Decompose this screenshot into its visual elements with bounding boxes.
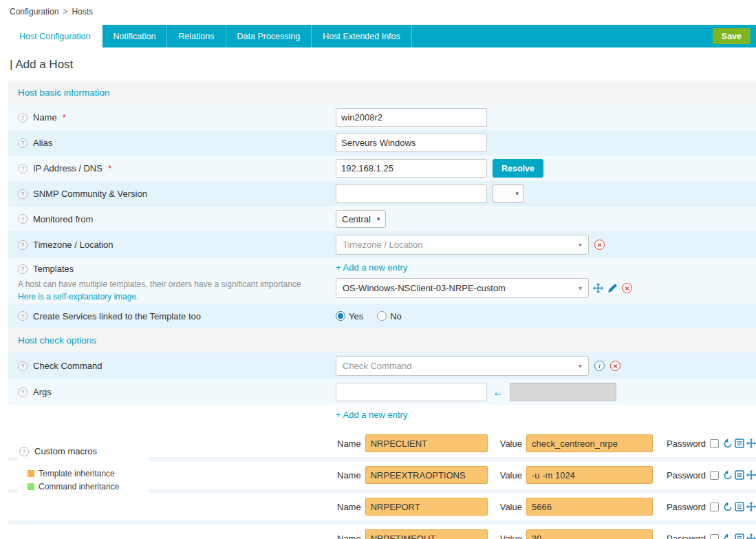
list-icon[interactable]	[735, 502, 744, 511]
help-icon[interactable]: ?	[18, 138, 28, 148]
macro-row-nrpeport: Name Value Password ✕	[8, 493, 756, 525]
move-icon[interactable]	[746, 502, 756, 511]
password-checkbox[interactable]	[710, 471, 719, 480]
macro-name-input[interactable]	[365, 434, 488, 452]
move-icon[interactable]	[593, 283, 603, 293]
move-icon[interactable]	[746, 533, 756, 539]
templates-label: Templates	[33, 264, 74, 274]
help-icon[interactable]: ?	[18, 311, 28, 321]
undo-icon[interactable]	[723, 470, 733, 480]
help-icon[interactable]: ?	[18, 388, 28, 397]
move-icon[interactable]	[746, 438, 756, 448]
timezone-placeholder: Timezone / Location	[343, 240, 579, 250]
check-command-label: Check Command	[33, 361, 102, 371]
tab-host-configuration[interactable]: Host Configuration	[8, 25, 102, 47]
check-command-select[interactable]: Check Command ▾	[336, 356, 589, 376]
args-label: Args	[33, 387, 52, 397]
tab-data-processing[interactable]: Data Processing	[226, 25, 312, 47]
help-icon[interactable]: ?	[18, 164, 28, 173]
check-command-placeholder: Check Command	[343, 361, 579, 371]
form-row-name: ? Name *	[8, 105, 756, 130]
info-icon[interactable]: i	[594, 361, 605, 371]
help-icon[interactable]: ?	[18, 264, 28, 274]
macro-password-label: Password	[667, 470, 706, 480]
alias-input[interactable]	[336, 134, 487, 152]
tab-relations[interactable]: Relations	[167, 25, 226, 47]
name-label: Name	[33, 112, 57, 123]
alias-label: Alias	[33, 138, 52, 148]
password-checkbox[interactable]	[710, 503, 719, 511]
snmp-community-input[interactable]	[336, 184, 487, 203]
delete-template-icon[interactable]: ✕	[622, 283, 632, 293]
macro-password-label: Password	[667, 502, 706, 512]
macro-value-input[interactable]	[526, 466, 653, 484]
breadcrumb-configuration[interactable]: Configuration	[10, 7, 58, 17]
pencil-icon[interactable]	[607, 283, 618, 293]
macro-name-label: Name	[337, 533, 361, 539]
create-services-yes-radio[interactable]: Yes	[336, 311, 363, 321]
list-icon[interactable]	[735, 533, 744, 539]
macro-value-label: Value	[500, 470, 522, 480]
macro-name-input[interactable]	[365, 466, 488, 484]
password-checkbox[interactable]	[710, 534, 719, 539]
snmp-version-select[interactable]: ▾	[493, 184, 524, 203]
template-select[interactable]: OS-Windows-NSClient-03-NRPE-custom ▾	[336, 278, 589, 298]
legend-template-inheritance: Template inheritance	[28, 469, 119, 478]
save-button[interactable]: Save	[713, 28, 750, 44]
help-icon[interactable]: ?	[18, 361, 28, 371]
breadcrumb: Configuration > Hosts	[0, 0, 756, 21]
form-row-templates: ? Templates A host can have multiple tem…	[8, 258, 756, 304]
list-icon[interactable]	[735, 470, 744, 480]
macro-name-label: Name	[337, 502, 361, 512]
create-services-no-radio[interactable]: No	[377, 311, 402, 321]
help-icon[interactable]: ?	[18, 113, 28, 123]
add-template-entry-link[interactable]: + Add a new entry	[336, 262, 407, 273]
tab-host-extended-infos[interactable]: Host Extended Infos	[312, 25, 412, 47]
undo-icon[interactable]	[723, 533, 733, 539]
add-macro-entry-link[interactable]: + Add a new entry	[336, 410, 407, 420]
macro-password-label: Password	[667, 533, 706, 539]
macro-value-input[interactable]	[526, 434, 653, 452]
macro-name-input[interactable]	[365, 529, 488, 539]
monitored-from-value: Central	[342, 214, 371, 224]
timezone-select[interactable]: Timezone / Location ▾	[336, 235, 589, 255]
legend-template-label: Template inheritance	[39, 469, 115, 478]
tab-bar: Host Configuration Notification Relation…	[8, 25, 756, 47]
name-input[interactable]	[336, 108, 487, 127]
help-icon[interactable]: ?	[18, 214, 28, 224]
macro-value-input[interactable]	[526, 529, 653, 539]
radio-selected-icon	[336, 311, 345, 321]
chevron-down-icon: ▾	[579, 363, 582, 370]
required-asterisk: *	[63, 112, 66, 123]
legend-command-label: Command inheritance	[39, 482, 119, 492]
templates-help-link[interactable]: Here is a self-explanatory image.	[18, 292, 138, 302]
macro-name-input[interactable]	[365, 498, 488, 516]
undo-icon[interactable]	[723, 502, 733, 511]
clear-check-command-icon[interactable]: ✕	[610, 361, 620, 371]
macro-value-label: Value	[500, 533, 522, 539]
template-inheritance-swatch	[28, 470, 34, 477]
left-arrow-icon: ←	[493, 386, 504, 398]
form-row-create-services: ? Create Services linked to the Template…	[8, 304, 756, 328]
custom-macros-label-area: ? Custom macros Template inheritance Com…	[18, 445, 149, 494]
list-icon[interactable]	[735, 438, 744, 448]
help-icon[interactable]: ?	[18, 189, 28, 199]
move-icon[interactable]	[746, 470, 756, 480]
resolve-button[interactable]: Resolve	[493, 159, 543, 178]
macro-password-label: Password	[667, 438, 706, 449]
password-checkbox[interactable]	[710, 439, 719, 448]
clear-timezone-icon[interactable]: ✕	[594, 240, 605, 250]
monitored-from-label: Monitored from	[33, 214, 93, 224]
macro-value-input[interactable]	[526, 498, 653, 516]
breadcrumb-hosts[interactable]: Hosts	[72, 7, 93, 17]
help-icon[interactable]: ?	[18, 240, 28, 250]
undo-icon[interactable]	[723, 438, 733, 448]
form-row-monitored-from: ? Monitored from Central ▾	[8, 207, 756, 231]
ip-address-input[interactable]	[336, 159, 487, 178]
args-input[interactable]	[336, 383, 487, 401]
monitored-from-select[interactable]: Central ▾	[336, 210, 386, 228]
tab-notification[interactable]: Notification	[102, 25, 168, 47]
snmp-label: SNMP Community & Version	[33, 189, 147, 199]
help-icon[interactable]: ?	[19, 447, 29, 456]
no-label: No	[390, 311, 402, 321]
